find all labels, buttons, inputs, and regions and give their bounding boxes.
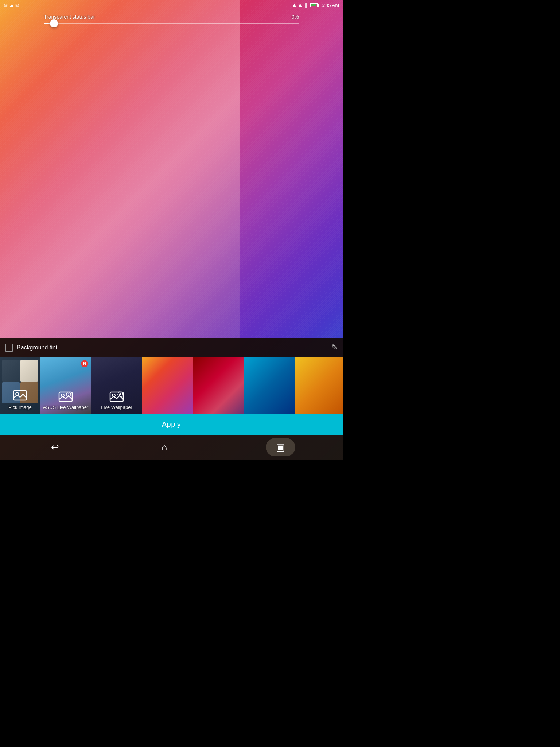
back-icon: ↩ [51,442,59,452]
live-wallpaper-icon [109,391,124,403]
battery-icon [310,3,319,7]
recent-apps-button[interactable]: ▣ [266,438,295,456]
cloud-notification-icon: ☁ [9,3,14,8]
status-bar: ✉ ☁ ✉ ▲▲ ▌ 5:45 AM [0,0,343,10]
status-bar-indicators: ▲▲ ▌ 5:45 AM [292,2,339,8]
back-button[interactable]: ↩ [47,439,63,456]
asus-live-wallpaper-label: ASUS Live Wallpaper [40,405,91,411]
apply-label: Apply [162,420,181,429]
status-bar-notifications: ✉ ☁ ✉ [4,3,19,8]
apply-button[interactable]: Apply [0,414,343,435]
asus-live-wallpaper-thumbnail[interactable]: N ASUS Live Wallpaper [40,357,91,414]
tint-left-group: Background tint [5,344,57,352]
slider-thumb[interactable] [50,19,58,27]
email2-notification-icon: ✉ [15,3,19,8]
tint-row: Background tint ✎ [0,338,343,357]
home-icon: ⌂ [162,442,167,452]
slider-labels: Transparent status bar 0% [44,14,299,20]
new-badge: N [81,360,88,367]
home-button[interactable]: ⌂ [158,439,171,456]
pick-image-label: Pick image [0,405,40,411]
navigation-bar: ↩ ⌂ ▣ [0,435,343,460]
tint-label: Background tint [17,344,57,351]
color-wallpaper-2-thumbnail[interactable] [193,357,244,414]
color-wallpaper-4-thumbnail[interactable] [295,357,343,414]
time-display: 5:45 AM [322,3,339,8]
grid-cell-1 [2,360,20,382]
bottom-panel: Background tint ✎ Pick image [0,338,343,460]
background-tint-checkbox[interactable] [5,344,13,352]
color-wallpaper-1-thumbnail[interactable] [142,357,193,414]
pick-image-icon [13,389,27,402]
pick-image-thumbnail[interactable]: Pick image [0,357,40,414]
color-wallpaper-3-thumbnail[interactable] [244,357,295,414]
wifi-icon: ▲▲ [292,2,303,8]
slider-track[interactable] [44,23,299,24]
slider-value-text: 0% [292,14,299,20]
slider-label-text: Transparent status bar [44,14,95,20]
wallpaper-thumbnails-row: Pick image N ASUS Live Wallpaper [0,357,343,414]
signal-icon: ▌ [305,3,308,7]
asus-live-icon [58,391,73,403]
live-wallpaper-label: Live Wallpaper [91,405,142,411]
edit-pencil-icon[interactable]: ✎ [331,343,338,352]
live-wallpaper-thumbnail[interactable]: Live Wallpaper [91,357,142,414]
email-notification-icon: ✉ [4,3,8,8]
transparency-slider-area: Transparent status bar 0% [0,14,343,24]
svg-point-8 [119,393,121,395]
recent-icon: ▣ [276,442,285,452]
grid-cell-2 [20,360,38,382]
